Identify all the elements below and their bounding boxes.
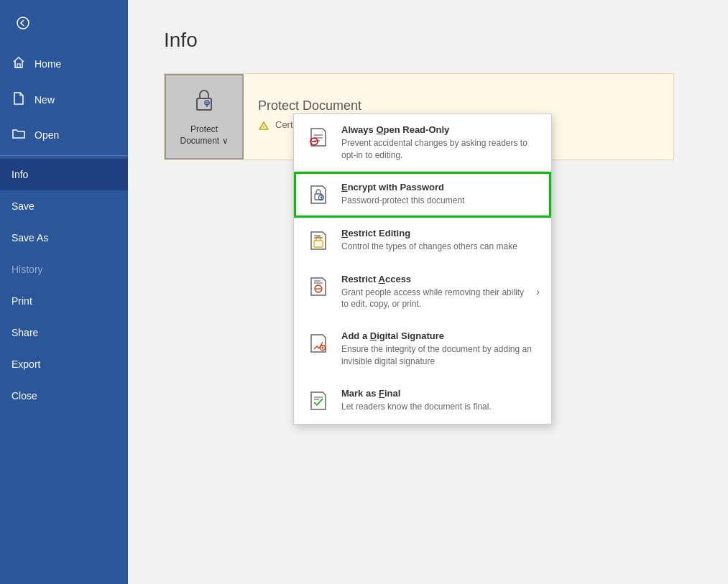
mark-as-final-title: Mark as Final [341,388,540,399]
sidebar-item-home-label: Home [34,58,61,70]
sidebar-item-export[interactable]: Export [0,348,128,380]
sidebar-item-save[interactable]: Save [0,190,128,222]
sidebar-item-open[interactable]: Open [0,118,128,152]
sidebar-item-history: History [0,254,128,285]
sidebar-item-save-label: Save [11,200,34,212]
sidebar-item-share-label: Share [11,327,38,338]
svg-point-0 [17,17,29,29]
protect-document-button[interactable]: ProtectDocument ∨ [165,74,244,159]
mark-as-final-text: Mark as Final Let readers know the docum… [341,388,540,413]
svg-point-5 [206,102,208,103]
svg-point-7 [263,129,264,130]
protect-dropdown: Always Open Read-Only Prevent accidental… [293,113,552,425]
sidebar-item-new-label: New [34,94,55,106]
sidebar-item-print[interactable]: Print [0,285,128,317]
new-icon [11,92,26,108]
restrict-access-title: Restrict Access [341,274,526,284]
sidebar-item-save-as-label: Save As [11,232,48,244]
sidebar-item-export-label: Export [11,358,40,370]
encrypt-with-password-desc: Password-protect this document [341,195,540,207]
sidebar-item-home[interactable]: Home [0,46,128,82]
restrict-editing-text: Restrict Editing Control the types of ch… [341,228,540,253]
restrict-access-text: Restrict Access Grant people access whil… [341,274,526,311]
restrict-editing-icon [305,228,331,254]
restrict-access-desc: Grant people access while removing their… [341,287,526,311]
always-open-read-only-text: Always Open Read-Only Prevent accidental… [341,124,540,162]
svg-rect-17 [314,241,323,247]
restrict-access-icon [305,274,331,300]
sidebar-item-info-label: Info [11,169,28,180]
restrict-editing-title: Restrict Editing [341,228,540,238]
sidebar-item-history-label: History [11,264,43,275]
add-digital-signature-desc: Ensure the integrity of the document by … [341,343,540,368]
protect-document-icon [190,87,218,120]
open-icon [11,128,26,142]
add-digital-signature-text: Add a Digital Signature Ensure the integ… [341,330,540,368]
sidebar-item-info[interactable]: Info [0,159,128,190]
restrict-editing-desc: Control the types of changes others can … [341,241,540,253]
page-title: Info [164,29,692,52]
back-button[interactable] [6,6,40,40]
sidebar-item-close-label: Close [11,390,37,402]
encrypt-with-password-text: Encrypt with Password Password-protect t… [341,182,540,207]
add-digital-signature-icon [305,330,331,356]
encrypt-with-password-icon [305,182,331,208]
dropdown-item-add-digital-signature[interactable]: Add a Digital Signature Ensure the integ… [294,320,551,378]
home-icon [11,56,26,72]
protect-desc-icon [258,121,269,135]
dropdown-item-restrict-access[interactable]: Restrict Access Grant people access whil… [294,264,551,321]
dropdown-item-encrypt-with-password[interactable]: Encrypt with Password Password-protect t… [294,172,551,218]
main-content: Info ProtectDocument ∨ Protect Document [128,0,728,584]
mark-as-final-desc: Let readers know the document is final. [341,401,540,413]
always-open-read-only-desc: Prevent accidental changes by asking rea… [341,137,540,162]
restrict-access-chevron: › [536,286,540,297]
dropdown-item-restrict-editing[interactable]: Restrict Editing Control the types of ch… [294,218,551,264]
sidebar-nav: Home New Open Info Save [0,46,128,412]
add-digital-signature-title: Add a Digital Signature [341,330,540,341]
sidebar-item-save-as[interactable]: Save As [0,222,128,254]
sidebar-item-close[interactable]: Close [0,380,128,412]
protect-document-title: Protect Document [258,98,509,113]
svg-point-15 [321,196,322,198]
mark-as-final-icon [305,388,331,414]
sidebar-divider [0,155,128,156]
sidebar-item-print-label: Print [11,295,32,307]
sidebar-item-share[interactable]: Share [0,317,128,348]
encrypt-with-password-title: Encrypt with Password [341,182,540,193]
always-open-read-only-title: Always Open Read-Only [341,124,540,135]
sidebar-item-new[interactable]: New [0,82,128,118]
dropdown-item-mark-as-final[interactable]: Mark as Final Let readers know the docum… [294,378,551,424]
always-open-read-only-icon [305,124,331,150]
sidebar: Home New Open Info Save [0,0,128,584]
sidebar-item-open-label: Open [34,129,59,141]
dropdown-item-always-open-read-only[interactable]: Always Open Read-Only Prevent accidental… [294,114,551,172]
protect-document-label: ProtectDocument ∨ [180,124,228,147]
